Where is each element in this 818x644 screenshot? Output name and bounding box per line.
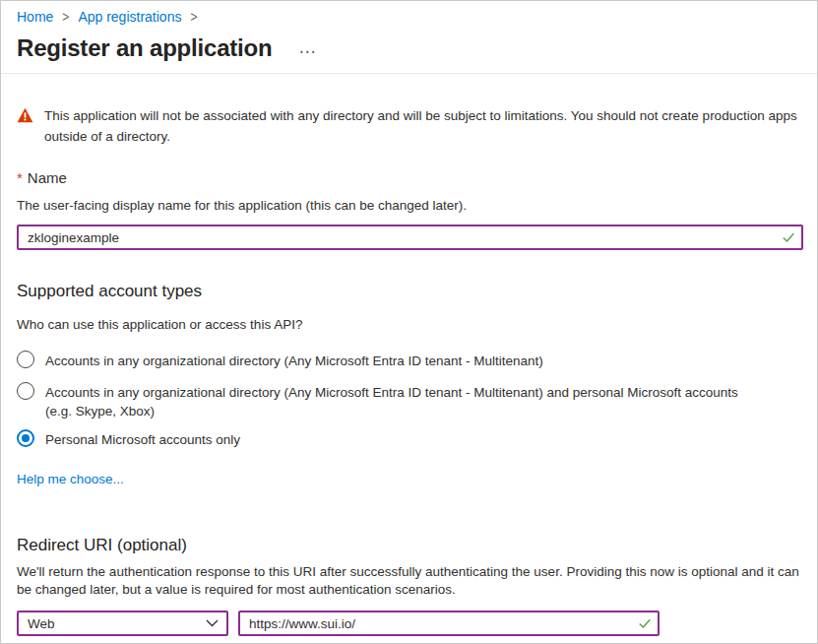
radio-dot [22,434,30,442]
radio-option-label: Personal Microsoft accounts only [45,429,240,449]
name-field-label: *Name [17,169,801,186]
valid-check-icon [638,616,652,634]
radio-option-org-and-personal[interactable]: Accounts in any organizational directory… [17,382,767,420]
breadcrumb-app-registrations-link[interactable]: App registrations [78,9,181,25]
breadcrumb-separator-icon: > [190,9,197,26]
header-divider [1,73,817,74]
valid-check-icon [782,230,795,248]
breadcrumb: Home > App registrations > [17,9,801,25]
radio-option-org-directory[interactable]: Accounts in any organizational directory… [17,351,767,370]
radio-unselected-icon[interactable] [17,351,34,368]
name-field-description: The user-facing display name for this ap… [17,198,801,213]
account-types-question: Who can use this application or access t… [17,317,801,332]
register-application-page: Home > App registrations > Register an a… [1,1,817,636]
help-me-choose-link[interactable]: Help me choose... [17,472,124,486]
redirect-uri-input[interactable] [238,611,660,636]
required-marker: * [17,169,23,186]
supported-account-types-title: Supported account types [17,282,801,301]
more-options-icon[interactable]: ⋯ [298,41,316,62]
directory-warning-banner: This application will not be associated … [17,105,797,147]
page-title: Register an application [17,34,272,62]
platform-select-value: Web [28,616,55,631]
warning-text: This application will not be associated … [44,105,797,147]
chevron-down-icon [206,619,219,627]
redirect-uri-description: We'll return the authentication response… [17,563,801,598]
radio-unselected-icon[interactable] [17,382,34,400]
redirect-uri-input-wrap [238,611,660,636]
page-header: Register an application ⋯ [17,33,801,62]
radio-selected-icon[interactable] [17,429,34,447]
redirect-uri-title: Redirect URI (optional) [17,536,801,555]
redirect-uri-controls: Web [17,611,801,636]
radio-option-label: Accounts in any organizational directory… [45,351,543,370]
breadcrumb-separator-icon: > [62,9,69,26]
name-input[interactable] [17,225,803,250]
warning-triangle-icon [17,107,33,147]
name-input-wrap [17,225,803,250]
radio-option-label: Accounts in any organizational directory… [45,382,767,420]
breadcrumb-home-link[interactable]: Home [17,9,53,25]
platform-select[interactable]: Web [17,611,228,636]
name-label-text: Name [28,169,67,186]
radio-option-personal-only[interactable]: Personal Microsoft accounts only [17,429,767,449]
